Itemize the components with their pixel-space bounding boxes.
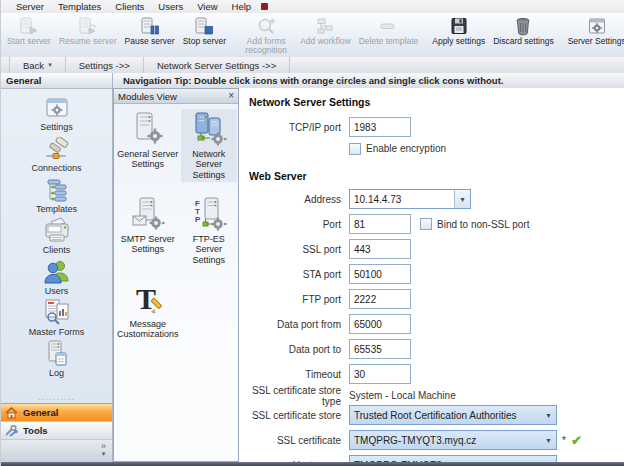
close-icon[interactable]: × (228, 91, 234, 101)
timeout-input[interactable] (349, 364, 411, 384)
users-icon (43, 258, 70, 285)
message-customizations-icon: T (130, 281, 166, 317)
sta-port-label: STA port (249, 269, 341, 280)
sidebar-bottom-strip: » ▾ (1, 439, 112, 462)
window-bottom-edge (1, 462, 624, 466)
cert-store-label: SSL certificate store (249, 410, 341, 421)
server-settings-label: Server Settings (568, 37, 624, 46)
sidebar-item-clients[interactable]: Clients (1, 217, 112, 255)
connections-icon (44, 135, 70, 162)
discard-settings-button[interactable]: Discard settings (489, 13, 557, 57)
delete-template-icon (378, 16, 398, 36)
discard-settings-icon (513, 16, 533, 36)
data-port-from-input[interactable] (349, 314, 411, 334)
pause-server-button[interactable]: Pause server (121, 13, 179, 57)
data-port-to-input[interactable] (349, 339, 411, 359)
module-general-server-settings[interactable]: General Server Settings (115, 109, 181, 182)
chevron-down-icon: ▾ (102, 450, 106, 457)
resume-server-icon (78, 16, 98, 36)
ssl-certificate-value: TMQPRG-TMYQT3.myq.cz (350, 435, 541, 446)
general-server-settings-icon (130, 111, 166, 147)
breadcrumb-settings[interactable]: Settings ->> (66, 57, 144, 73)
navigation-tip-text: Navigation Tip: Double click icons with … (123, 75, 503, 86)
chevron-down-icon[interactable]: ▼ (454, 190, 470, 208)
ftp-port-input[interactable] (349, 289, 411, 309)
host-name-combobox[interactable]: TMQPRG-TMYQT3.myq.cz ▼ (349, 455, 557, 462)
start-server-button[interactable]: Start server (3, 13, 55, 57)
module-label: Network Server Settings (181, 149, 237, 180)
add-workflow-button[interactable]: Add workflow (296, 13, 355, 57)
app-window: Server Templates Clients Users View Help… (0, 0, 624, 466)
address-label: Address (249, 194, 341, 205)
module-label: SMTP Server Settings (115, 234, 181, 255)
sidebar-splitter[interactable]: ·········· (1, 396, 112, 403)
tab-general-label: General (23, 407, 58, 418)
pause-server-icon (140, 16, 160, 36)
port-input[interactable] (349, 214, 411, 234)
back-button[interactable]: Back ▾ (9, 57, 66, 73)
start-server-label: Start server (7, 37, 51, 46)
sidebar-item-label: Connections (31, 163, 81, 173)
menu-view[interactable]: View (190, 1, 224, 12)
module-network-server-settings[interactable]: Network Server Settings (181, 109, 237, 182)
required-asterisk: * (562, 435, 566, 446)
module-ftp-es-server-settings[interactable]: FTP FTP-ES Server Settings (181, 194, 237, 267)
address-combobox[interactable]: 10.14.4.73 ▼ (349, 189, 471, 209)
menu-server[interactable]: Server (9, 1, 51, 12)
sidebar-item-connections[interactable]: Connections (1, 135, 112, 173)
sidebar-item-log[interactable]: Log (1, 340, 112, 378)
ssl-port-input[interactable] (349, 239, 411, 259)
add-forms-recognition-icon (256, 16, 276, 36)
data-port-from-label: Data port from (249, 319, 341, 330)
settings-form: Network Server Settings TCP/IP port Enab… (239, 88, 624, 462)
sidebar-item-templates[interactable]: Templates (1, 176, 112, 214)
tab-general[interactable]: General (1, 403, 112, 421)
delete-template-button[interactable]: Delete template (355, 13, 423, 57)
port-label: Port (249, 219, 341, 230)
menu-templates[interactable]: Templates (51, 1, 108, 12)
sidebar-header: General (1, 73, 112, 89)
apply-settings-label: Apply settings (432, 37, 485, 46)
ssl-port-label: SSL port (249, 244, 341, 255)
home-icon (5, 407, 18, 419)
chevron-down-icon[interactable]: ▼ (541, 431, 556, 449)
module-message-customizations[interactable]: T Message Customizations (115, 279, 181, 342)
enable-encryption-checkbox[interactable] (349, 143, 361, 155)
sidebar-item-settings[interactable]: Settings (1, 94, 112, 132)
cert-store-combobox[interactable]: Trusted Root Certification Authorities ▼ (349, 405, 557, 425)
navigation-tip-bar: Navigation Tip: Double click icons with … (113, 73, 624, 89)
sidebar-item-label: Clients (43, 245, 71, 255)
valid-check-icon: ✔ (571, 433, 582, 448)
cert-store-type-label: SSL certificate store type (249, 385, 341, 407)
breadcrumb-network-server-settings[interactable]: Network Server Settings ->> (144, 57, 290, 73)
log-icon (44, 340, 70, 367)
bind-non-ssl-checkbox[interactable] (420, 218, 432, 230)
enable-encryption-label: Enable encryption (366, 143, 446, 154)
add-forms-recognition-button[interactable]: Add forms recognition (236, 13, 296, 57)
expand-buttons-control[interactable]: » ▾ (101, 443, 106, 457)
sta-port-input[interactable] (349, 264, 411, 284)
apply-settings-button[interactable]: Apply settings (428, 13, 489, 57)
section-heading-network-server-settings: Network Server Settings (249, 96, 624, 108)
menu-clients[interactable]: Clients (108, 1, 151, 12)
menu-users[interactable]: Users (151, 1, 190, 12)
sidebar-item-users[interactable]: Users (1, 258, 112, 296)
module-smtp-server-settings[interactable]: SMTP Server Settings (115, 194, 181, 267)
stop-server-button[interactable]: Stop server (179, 13, 230, 57)
templates-icon (44, 176, 70, 203)
resume-server-button[interactable]: Resume server (55, 13, 121, 57)
tab-tools[interactable]: Tools (1, 421, 112, 439)
tab-tools-label: Tools (23, 425, 48, 436)
server-settings-button[interactable]: Server Settings (564, 13, 624, 57)
sidebar-item-master-forms[interactable]: Master Forms (1, 299, 112, 337)
cert-store-value: Trusted Root Certification Authorities (350, 410, 541, 421)
chevron-down-icon[interactable]: ▼ (541, 406, 556, 424)
back-label: Back (23, 60, 44, 71)
tools-icon (5, 425, 18, 437)
module-label: Message Customizations (115, 319, 181, 340)
app-icon (261, 3, 268, 10)
ssl-certificate-combobox[interactable]: TMQPRG-TMYQT3.myq.cz ▼ (349, 430, 557, 450)
menu-help[interactable]: Help (225, 1, 259, 12)
section-heading-web-server: Web Server (249, 170, 624, 182)
tcpip-port-input[interactable] (349, 117, 411, 137)
